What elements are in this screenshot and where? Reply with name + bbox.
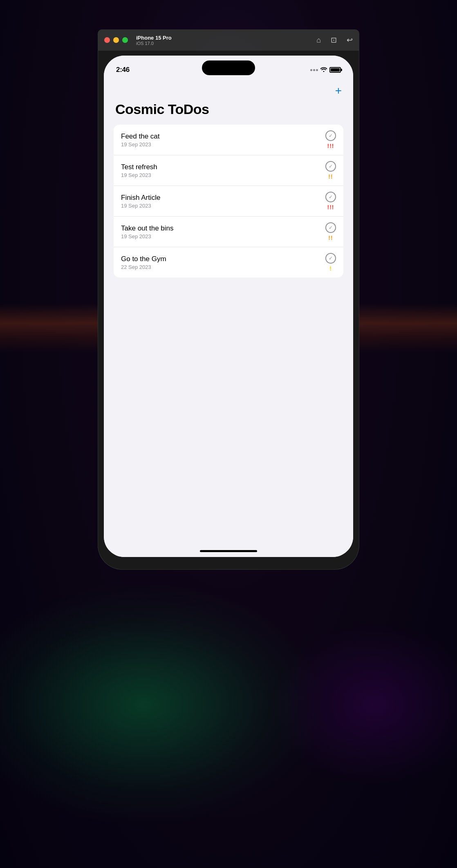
todo-date: 22 Sep 2023: [121, 264, 320, 270]
mac-toolbar: iPhone 15 Pro iOS 17.0 ⌂ ⊡ ↩: [98, 29, 359, 51]
battery-indicator: [329, 67, 341, 73]
todo-title: Feed the cat: [121, 132, 320, 141]
status-time: 2:46: [116, 66, 130, 74]
todo-checkbox[interactable]: ✓: [325, 130, 336, 141]
status-bar: 2:46: [104, 56, 353, 78]
todo-checkbox[interactable]: ✓: [325, 161, 336, 172]
todo-title: Finish Article: [121, 194, 320, 202]
todo-title: Test refresh: [121, 163, 320, 171]
traffic-light-close[interactable]: [104, 37, 110, 43]
app-header: +: [114, 82, 343, 101]
screenshot-icon[interactable]: ⊡: [331, 36, 337, 45]
todo-right: ✓ !!: [325, 222, 336, 241]
signal-dot-3: [316, 69, 318, 71]
todo-title: Go to the Gym: [121, 255, 320, 263]
priority-indicator: !!: [328, 235, 333, 241]
todo-item[interactable]: Feed the cat 19 Sep 2023 ✓ !!!: [114, 125, 343, 155]
priority-indicator: !!!: [327, 204, 334, 210]
app-content: + Cosmic ToDos Feed the cat 19 Sep 2023 …: [104, 78, 353, 544]
dynamic-island: [202, 60, 255, 75]
app-title: Cosmic ToDos: [115, 101, 343, 117]
checkmark-icon: ✓: [329, 194, 333, 200]
todo-checkbox[interactable]: ✓: [325, 253, 336, 264]
todo-text-block: Feed the cat 19 Sep 2023: [121, 132, 320, 148]
todo-item[interactable]: Test refresh 19 Sep 2023 ✓ !!: [114, 155, 343, 186]
device-name-label: iPhone 15 Pro: [136, 35, 172, 41]
toolbar-icons-group: ⌂ ⊡ ↩: [316, 36, 353, 45]
todo-right: ✓ !!: [325, 161, 336, 180]
signal-dot-2: [313, 69, 315, 71]
todo-title: Take out the bins: [121, 224, 320, 233]
home-icon[interactable]: ⌂: [316, 36, 321, 45]
checkmark-icon: ✓: [329, 255, 333, 261]
rotate-icon[interactable]: ↩: [347, 36, 353, 45]
iphone-screen: 2:46: [104, 56, 353, 557]
priority-indicator: !: [329, 265, 332, 272]
todo-text-block: Take out the bins 19 Sep 2023: [121, 224, 320, 239]
priority-indicator: !!: [328, 173, 333, 180]
todo-list: Feed the cat 19 Sep 2023 ✓ !!! Test refr…: [114, 125, 343, 277]
todo-text-block: Finish Article 19 Sep 2023: [121, 194, 320, 209]
todo-checkbox[interactable]: ✓: [325, 192, 336, 202]
add-todo-button[interactable]: +: [334, 83, 343, 98]
priority-indicator: !!!: [327, 143, 334, 149]
todo-right: ✓ !!!: [325, 130, 336, 149]
signal-dots: [310, 69, 318, 71]
home-indicator: [104, 544, 353, 557]
checkmark-icon: ✓: [329, 225, 333, 230]
todo-checkbox[interactable]: ✓: [325, 222, 336, 233]
wifi-icon: [320, 67, 327, 73]
checkmark-icon: ✓: [329, 133, 333, 139]
traffic-light-maximize[interactable]: [122, 37, 128, 43]
status-right: [310, 67, 341, 73]
signal-dot-1: [310, 69, 312, 71]
toolbar-title-block: iPhone 15 Pro iOS 17.0: [136, 35, 172, 46]
os-label: iOS 17.0: [136, 41, 172, 46]
todo-text-block: Test refresh 19 Sep 2023: [121, 163, 320, 178]
todo-item[interactable]: Go to the Gym 22 Sep 2023 ✓ !: [114, 247, 343, 277]
todo-item[interactable]: Take out the bins 19 Sep 2023 ✓ !!: [114, 217, 343, 247]
traffic-light-minimize[interactable]: [113, 37, 119, 43]
todo-date: 19 Sep 2023: [121, 203, 320, 209]
todo-right: ✓ !: [325, 253, 336, 272]
iphone-frame: 2:46: [98, 51, 359, 570]
todo-text-block: Go to the Gym 22 Sep 2023: [121, 255, 320, 270]
todo-item[interactable]: Finish Article 19 Sep 2023 ✓ !!!: [114, 186, 343, 217]
todo-date: 19 Sep 2023: [121, 233, 320, 239]
todo-right: ✓ !!!: [325, 192, 336, 210]
todo-date: 19 Sep 2023: [121, 172, 320, 178]
checkmark-icon: ✓: [329, 163, 333, 169]
home-bar: [200, 550, 257, 552]
todo-date: 19 Sep 2023: [121, 141, 320, 148]
